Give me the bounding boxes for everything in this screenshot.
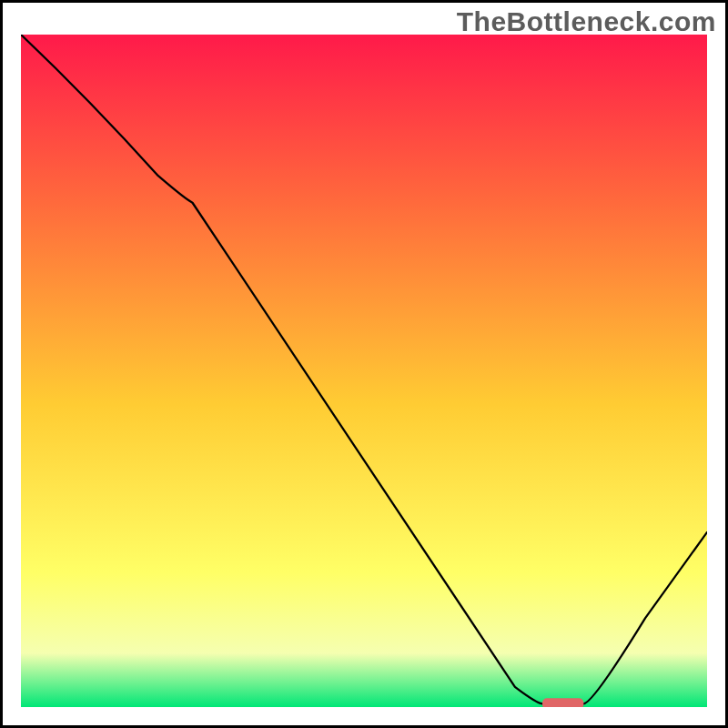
optimal-zone-marker (542, 698, 583, 707)
plot-area (21, 35, 707, 707)
chart-svg (21, 35, 707, 707)
watermark-text: TheBottleneck.com (457, 6, 716, 37)
chart-frame: TheBottleneck.com (0, 0, 728, 728)
gradient-background (21, 35, 707, 707)
